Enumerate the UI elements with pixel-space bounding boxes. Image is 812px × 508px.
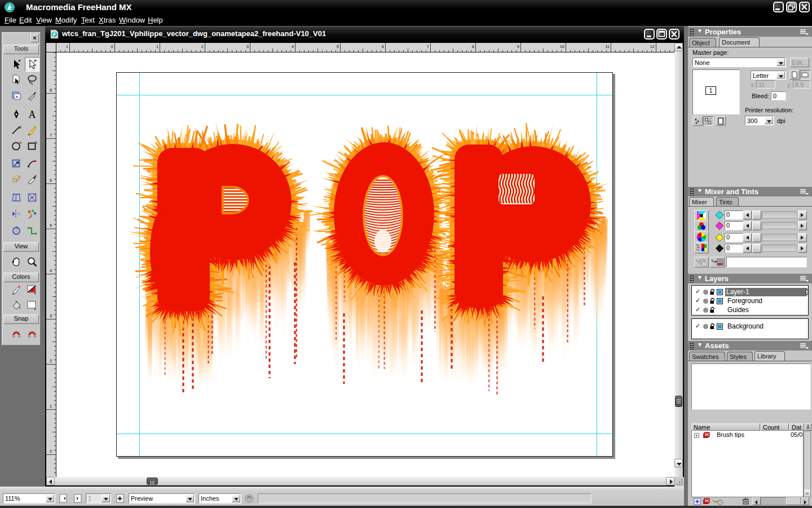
svg-text:1: 1 (156, 44, 158, 49)
svg-text:3: 3 (246, 44, 249, 49)
svg-text:1: 1 (50, 404, 52, 409)
svg-text:4: 4 (292, 44, 294, 49)
svg-text:0: 0 (111, 44, 113, 49)
svg-text:3: 3 (50, 313, 52, 318)
svg-text:7: 7 (50, 133, 52, 138)
svg-text:10: 10 (560, 44, 564, 49)
svg-text:11: 11 (605, 44, 610, 49)
svg-text:6: 6 (382, 44, 384, 49)
svg-text:A: A (29, 109, 36, 120)
svg-text:12: 12 (650, 44, 655, 49)
svg-text:1: 1 (66, 44, 68, 49)
svg-text:9: 9 (517, 44, 519, 49)
svg-text:8: 8 (472, 44, 474, 49)
svg-text:8: 8 (50, 87, 52, 93)
svg-text:5: 5 (50, 223, 52, 228)
svg-text:0: 0 (50, 449, 52, 454)
svg-text:6: 6 (50, 178, 52, 183)
svg-text:7: 7 (427, 44, 429, 49)
svg-text:2: 2 (201, 44, 204, 49)
svg-text:2: 2 (50, 358, 52, 364)
svg-text:5: 5 (337, 44, 339, 49)
svg-text:4: 4 (50, 268, 52, 273)
